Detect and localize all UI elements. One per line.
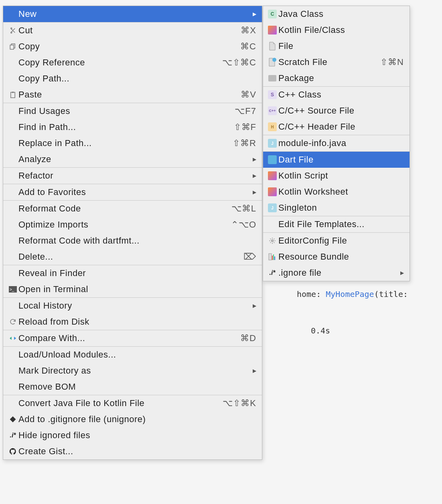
chevron-right-icon: ▶ bbox=[253, 368, 256, 374]
context-menu-item[interactable]: Local History▶ bbox=[3, 298, 262, 314]
svg-rect-3 bbox=[12, 92, 14, 93]
kotlin-icon bbox=[266, 26, 278, 35]
context-menu-item[interactable]: Remove BOM bbox=[3, 379, 262, 395]
new-submenu-item[interactable]: Kotlin Script bbox=[263, 168, 410, 184]
module-icon: J bbox=[266, 139, 278, 148]
new-submenu-item[interactable]: File bbox=[263, 38, 410, 54]
chevron-right-icon: ▶ bbox=[253, 173, 256, 179]
diamond-icon bbox=[7, 416, 18, 423]
svg-rect-9 bbox=[274, 256, 275, 260]
shortcut: ⌥⇧⌘K bbox=[223, 398, 256, 408]
chevron-right-icon: ▶ bbox=[253, 11, 256, 17]
menu-label: Package bbox=[278, 73, 404, 83]
ignore-icon: .i* bbox=[266, 269, 278, 276]
new-submenu-item[interactable]: C++C/C++ Source File bbox=[263, 103, 410, 119]
compare-icon bbox=[7, 335, 18, 341]
menu-label: C/C++ Source File bbox=[278, 106, 404, 116]
shortcut: ⌥⇧⌘C bbox=[222, 57, 256, 68]
chevron-right-icon: ▶ bbox=[253, 156, 256, 162]
new-submenu-item[interactable]: Resource Bundle bbox=[263, 249, 410, 265]
shortcut: ⌥F7 bbox=[235, 106, 256, 116]
menu-label: Refactor bbox=[18, 171, 253, 181]
menu-label: Optimize Imports bbox=[18, 219, 231, 230]
shortcut: ⌘V bbox=[241, 89, 256, 100]
context-menu-item[interactable]: Cut⌘X bbox=[3, 22, 262, 39]
new-submenu-item[interactable]: Kotlin Worksheet bbox=[263, 184, 410, 200]
kotlin-icon bbox=[266, 171, 278, 180]
context-menu-item[interactable]: Reformat Code with dartfmt... bbox=[3, 233, 262, 249]
menu-label: Remove BOM bbox=[18, 382, 256, 392]
context-menu-item[interactable]: Copy Reference⌥⇧⌘C bbox=[3, 55, 262, 71]
menu-label: Reformat Code bbox=[18, 203, 231, 214]
new-submenu-item[interactable]: Dart File bbox=[263, 152, 410, 168]
context-menu-item[interactable]: Add to Favorites▶ bbox=[3, 184, 262, 200]
new-submenu-item[interactable]: HC/C++ Header File bbox=[263, 119, 410, 135]
context-menu-item[interactable]: Replace in Path...⇧⌘R bbox=[3, 135, 262, 151]
chevron-right-icon: ▶ bbox=[253, 189, 256, 195]
ignore-icon: .i* bbox=[7, 432, 18, 439]
new-submenu-item[interactable]: Scratch File⇧⌘N bbox=[263, 54, 410, 70]
context-menu-item[interactable]: Create Gist... bbox=[3, 443, 262, 459]
context-menu-item[interactable]: Reload from Disk bbox=[3, 314, 262, 330]
context-menu-item[interactable]: Refactor▶ bbox=[3, 168, 262, 184]
shortcut: ⇧⌘F bbox=[234, 122, 256, 132]
context-menu-item[interactable]: Copy⌘C bbox=[3, 39, 262, 55]
chevron-right-icon: ▶ bbox=[253, 303, 256, 309]
svg-point-5 bbox=[272, 240, 274, 242]
context-menu-item[interactable]: Delete...⌦ bbox=[3, 249, 262, 265]
new-submenu-item[interactable]: Edit File Templates... bbox=[263, 216, 410, 232]
new-submenu-item[interactable]: Jmodule-info.java bbox=[263, 135, 410, 151]
paste-icon bbox=[7, 91, 18, 98]
new-submenu-item[interactable]: .i*.ignore file▶ bbox=[263, 265, 410, 281]
context-menu-item[interactable]: Paste⌘V bbox=[3, 87, 262, 103]
context-menu-item[interactable]: Reformat Code⌥⌘L bbox=[3, 201, 262, 217]
svg-rect-2 bbox=[11, 92, 15, 98]
new-submenu-item[interactable]: JSingleton bbox=[263, 200, 410, 216]
shortcut: ⌦ bbox=[243, 252, 256, 262]
context-menu-item[interactable]: Analyze▶ bbox=[3, 151, 262, 167]
shortcut: ⌥⌘L bbox=[231, 203, 256, 214]
new-submenu-item[interactable]: CJava Class bbox=[263, 6, 410, 22]
new-submenu-item[interactable]: EditorConfig File bbox=[263, 233, 410, 249]
dart-icon bbox=[266, 155, 278, 164]
context-menu-item[interactable]: Copy Path... bbox=[3, 71, 262, 87]
menu-label: Reload from Disk bbox=[18, 317, 256, 327]
context-menu-item[interactable]: Find Usages⌥F7 bbox=[3, 103, 262, 119]
terminal-icon: >_ bbox=[7, 286, 18, 293]
menu-label: Add to .gitignore file (unignore) bbox=[18, 414, 256, 425]
context-menu-item[interactable]: New▶ bbox=[3, 6, 262, 22]
context-menu-item[interactable]: >_Open in Terminal bbox=[3, 281, 262, 297]
new-submenu-item[interactable]: Package bbox=[263, 70, 410, 86]
shortcut: ⌘C bbox=[240, 41, 256, 52]
context-menu-item[interactable]: Compare With...⌘D bbox=[3, 330, 262, 346]
context-menu-item[interactable]: Optimize Imports⌃⌥O bbox=[3, 217, 262, 233]
new-submenu-item[interactable]: Kotlin File/Class bbox=[263, 22, 410, 38]
new-submenu-item[interactable]: SC++ Class bbox=[263, 87, 410, 103]
menu-label: Add to Favorites bbox=[18, 187, 253, 197]
context-menu-item[interactable]: Load/Unload Modules... bbox=[3, 347, 262, 363]
cpp-hdr-icon: H bbox=[266, 122, 278, 131]
menu-label: Create Gist... bbox=[18, 446, 256, 457]
menu-label: Cut bbox=[18, 25, 241, 36]
menu-label: Open in Terminal bbox=[18, 284, 256, 295]
context-menu-item[interactable]: Add to .gitignore file (unignore) bbox=[3, 411, 262, 427]
menu-label: Singleton bbox=[278, 203, 404, 213]
menu-label: File bbox=[278, 41, 404, 51]
context-menu-item[interactable]: .i*Hide ignored files bbox=[3, 427, 262, 443]
context-menu-item[interactable]: Reveal in Finder bbox=[3, 265, 262, 281]
menu-label: Kotlin File/Class bbox=[278, 25, 404, 35]
context-menu-item[interactable]: Find in Path...⇧⌘F bbox=[3, 119, 262, 135]
context-menu: New▶Cut⌘XCopy⌘CCopy Reference⌥⇧⌘CCopy Pa… bbox=[3, 6, 262, 460]
java-c-icon: C bbox=[266, 10, 278, 18]
menu-label: Delete... bbox=[18, 252, 243, 262]
menu-label: Resource Bundle bbox=[278, 252, 404, 262]
package-icon bbox=[266, 75, 278, 81]
context-menu-item[interactable]: Mark Directory as▶ bbox=[3, 363, 262, 379]
code-fragment: home: MyHomePage(title: bbox=[297, 289, 408, 299]
shortcut: ⌘D bbox=[240, 333, 256, 343]
module-icon: J bbox=[266, 203, 278, 212]
menu-label: Kotlin Worksheet bbox=[278, 187, 404, 197]
menu-label: Find in Path... bbox=[18, 122, 234, 132]
context-menu-item[interactable]: Convert Java File to Kotlin File⌥⇧⌘K bbox=[3, 395, 262, 411]
cpp-class-icon: S bbox=[266, 90, 278, 99]
